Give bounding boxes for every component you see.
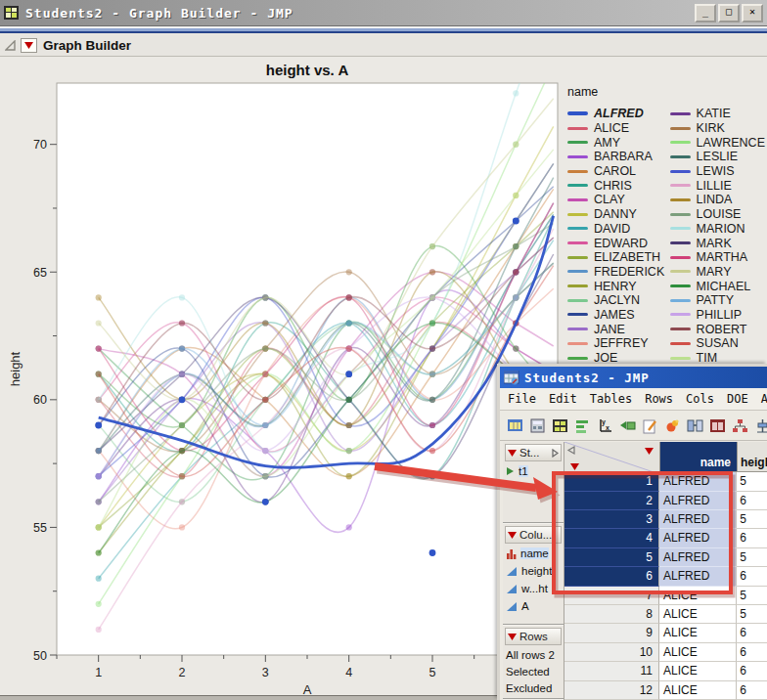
menu-edit[interactable]: Edit [549, 392, 577, 406]
legend-item-JACLYN[interactable]: JACLYN [565, 293, 668, 308]
legend-item-DANNY[interactable]: DANNY [565, 207, 668, 222]
legend-item-LOUISE[interactable]: LOUISE [668, 207, 765, 222]
legend-item-KIRK[interactable]: KIRK [668, 121, 765, 136]
legend-item-JAMES[interactable]: JAMES [565, 308, 668, 323]
column-item-A[interactable]: A [503, 597, 564, 615]
legend-item-EDWARD[interactable]: EDWARD [565, 236, 668, 250]
row-number-cell[interactable]: 11 [564, 662, 659, 680]
legend-item-SUSAN[interactable]: SUSAN [668, 336, 765, 351]
disclosure-triangle-icon[interactable] [5, 40, 16, 51]
table-row-3[interactable]: 3ALFRED5 [564, 510, 767, 529]
table-row-1[interactable]: 1ALFRED5 [564, 472, 767, 491]
menu-rows[interactable]: Rows [645, 392, 673, 406]
table-row-12[interactable]: 12ALICE6 [564, 681, 767, 700]
table-row-11[interactable]: 11ALICE6 [564, 662, 767, 680]
legend-item-CHRIS[interactable]: CHRIS [565, 178, 668, 193]
legend-item-JEFFREY[interactable]: JEFFREY [565, 336, 668, 351]
legend-item-KATIE[interactable]: KATIE [668, 107, 765, 121]
table-row-5[interactable]: 5ALFRED5 [564, 548, 767, 567]
tree-map-icon[interactable] [731, 416, 749, 436]
legend-item-FREDERICK[interactable]: FREDERICK [565, 265, 668, 280]
pattern-icon[interactable] [663, 416, 682, 436]
graph-icon[interactable] [573, 416, 592, 436]
rows-panel-header[interactable]: Rows [505, 628, 562, 645]
row-number-cell[interactable]: 6 [564, 567, 659, 586]
legend-item-MARY[interactable]: MARY [668, 265, 765, 280]
legend-item-AMY[interactable]: AMY [565, 135, 668, 150]
cell-height[interactable]: 6 [737, 529, 767, 547]
cell-height[interactable]: 6 [737, 624, 767, 642]
legend-item-MARION[interactable]: MARION [668, 222, 765, 237]
maximize-button[interactable]: □ [718, 4, 740, 22]
students2-table-window[interactable]: Students2 - JMP FileEditTablesRowsColsDO… [497, 364, 767, 700]
axes-icon[interactable]: yx [596, 416, 614, 436]
cell-name[interactable]: ALICE [659, 624, 737, 642]
legend-item-ELIZABETH[interactable]: ELIZABETH [565, 250, 668, 265]
distribution-icon[interactable] [753, 416, 767, 436]
new-table-icon[interactable] [506, 416, 524, 436]
legend-item-JANE[interactable]: JANE [565, 322, 668, 336]
close-button[interactable]: ✕ [742, 4, 763, 22]
cell-height[interactable]: 6 [737, 643, 767, 662]
columns-panel-header[interactable]: Colu... [505, 526, 562, 544]
cell-height[interactable]: 5 [737, 548, 767, 567]
column-header-name[interactable]: name [660, 442, 738, 472]
legend-item-BARBARA[interactable]: BARBARA [565, 150, 668, 164]
row-number-cell[interactable]: 5 [564, 548, 659, 567]
cell-height[interactable]: 5 [737, 472, 767, 491]
cell-name[interactable]: ALICE [659, 587, 737, 605]
row-number-cell[interactable]: 4 [564, 529, 659, 547]
legend-item-ROBERT[interactable]: ROBERT [668, 322, 765, 336]
tables-panel-header[interactable]: St... [505, 444, 562, 461]
legend-item-ALICE[interactable]: ALICE [565, 121, 668, 136]
menu-tables[interactable]: Tables [590, 392, 632, 406]
journal-icon[interactable] [641, 416, 659, 436]
plot-area[interactable] [57, 83, 558, 655]
menu-cols[interactable]: Cols [686, 392, 714, 406]
cell-height[interactable]: 6 [737, 492, 767, 510]
cell-name[interactable]: ALICE [659, 662, 737, 680]
cell-name[interactable]: ALICE [659, 643, 737, 662]
cell-name[interactable]: ALFRED [659, 548, 737, 567]
legend-item-DAVID[interactable]: DAVID [565, 222, 668, 237]
table-row-4[interactable]: 4ALFRED6 [564, 529, 767, 547]
cell-height[interactable]: 5 [737, 587, 767, 605]
cell-name[interactable]: ALFRED [659, 567, 737, 586]
legend-item-LINDA[interactable]: LINDA [668, 193, 765, 207]
cell-name[interactable]: ALFRED [659, 472, 737, 491]
summary-icon[interactable] [528, 416, 547, 436]
cell-height[interactable]: 5 [737, 510, 767, 529]
mini-titlebar[interactable]: Students2 - JMP [500, 367, 767, 388]
table-row-6[interactable]: 6ALFRED6 [564, 567, 767, 586]
row-number-cell[interactable]: 9 [564, 624, 659, 642]
legend-item-LESLIE[interactable]: LESLIE [668, 150, 765, 164]
legend-item-LAWRENCE[interactable]: LAWRENCE [668, 135, 765, 150]
row-number-cell[interactable]: 8 [564, 605, 659, 624]
graph-builder-chart[interactable]: height vs. A5055606570height123456A [0, 57, 565, 700]
cell-height[interactable]: 5 [737, 605, 767, 624]
legend-item-MARK[interactable]: MARK [668, 236, 765, 250]
legend-item-ALFRED[interactable]: ALFRED [565, 107, 668, 121]
legend-item-PHILLIP[interactable]: PHILLIP [668, 308, 765, 323]
chevron-right-icon[interactable] [552, 449, 559, 458]
menu-file[interactable]: File [508, 392, 536, 406]
menu-doe[interactable]: DOE [727, 392, 748, 406]
legend-item-PATTY[interactable]: PATTY [668, 293, 765, 308]
red-triangle-menu-button[interactable] [21, 38, 37, 53]
sort-icon[interactable] [708, 416, 727, 436]
minimize-button[interactable]: _ [695, 4, 716, 22]
cell-height[interactable]: 6 [737, 681, 767, 700]
row-number-cell[interactable]: 7 [564, 587, 659, 605]
join-icon[interactable] [686, 416, 704, 436]
legend-item-CAROL[interactable]: CAROL [565, 164, 668, 179]
row-number-cell[interactable]: 1 [564, 472, 659, 491]
table-row-10[interactable]: 10ALICE6 [564, 643, 767, 662]
row-number-cell[interactable]: 3 [564, 510, 659, 529]
legend-item-LEWIS[interactable]: LEWIS [668, 164, 765, 179]
table-row-9[interactable]: 9ALICE6 [564, 624, 767, 642]
column-item-height[interactable]: height [503, 562, 564, 580]
row-number-cell[interactable]: 2 [564, 492, 659, 510]
cell-height[interactable]: 6 [737, 567, 767, 586]
grid-corner[interactable] [564, 442, 660, 472]
table-row-7[interactable]: 7ALICE5 [564, 587, 767, 605]
